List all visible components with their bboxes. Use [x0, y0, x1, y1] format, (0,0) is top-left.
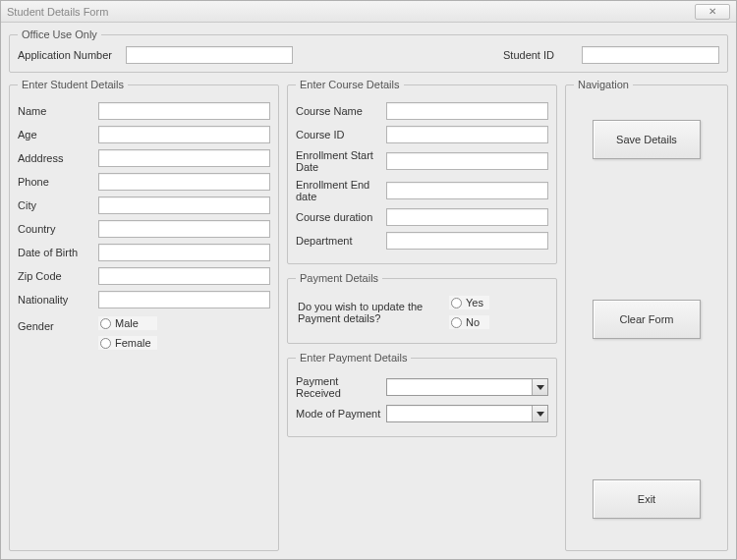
course-legend: Enter Course Details: [296, 79, 404, 90]
save-button[interactable]: Save Details: [593, 120, 701, 159]
window-title: Student Details Form: [7, 6, 695, 18]
enrollend-label: Enrollment End date: [296, 179, 386, 202]
duration-label: Course duration: [296, 211, 386, 223]
phone-label: Phone: [18, 176, 98, 188]
dept-input[interactable]: [386, 232, 548, 250]
office-use-group: Office Use Only Application Number Stude…: [9, 28, 728, 73]
close-icon[interactable]: ✕: [695, 4, 730, 20]
courseid-label: Course ID: [296, 129, 386, 140]
enrollstart-input[interactable]: [386, 152, 548, 170]
name-input[interactable]: [98, 102, 270, 120]
payq-no-radio[interactable]: No: [449, 315, 489, 329]
gender-female-radio[interactable]: Female: [98, 336, 157, 350]
student-legend: Enter Student Details: [18, 79, 128, 90]
titlebar: Student Details Form ✕: [1, 1, 736, 23]
city-input[interactable]: [98, 196, 270, 214]
nav-legend: Navigation: [574, 79, 633, 90]
enrollend-input[interactable]: [386, 182, 548, 199]
radio-icon: [451, 298, 462, 308]
zip-input[interactable]: [98, 267, 270, 285]
city-label: City: [18, 199, 98, 211]
dob-input[interactable]: [98, 244, 270, 261]
student-group: Enter Student Details Name Age Adddress …: [9, 79, 279, 551]
dob-label: Date of Birth: [18, 247, 98, 258]
chevron-down-icon: [532, 379, 547, 395]
office-legend: Office Use Only: [18, 28, 101, 40]
address-input[interactable]: [98, 149, 270, 167]
radio-icon: [451, 317, 462, 328]
country-input[interactable]: [98, 220, 270, 238]
payment-question-group: Payment Details Do you wish to update th…: [287, 272, 557, 344]
clear-button[interactable]: Clear Form: [593, 300, 701, 339]
payment-details-group: Enter Payment Details Payment Received M…: [287, 352, 557, 437]
phone-input[interactable]: [98, 173, 270, 191]
studentid-label: Student ID: [503, 49, 572, 61]
payq-legend: Payment Details: [296, 272, 382, 284]
zip-label: Zip Code: [18, 270, 98, 282]
course-group: Enter Course Details Course Name Course …: [287, 79, 557, 264]
payd-legend: Enter Payment Details: [296, 352, 411, 364]
payq-yes-radio[interactable]: Yes: [449, 296, 489, 309]
name-label: Name: [18, 105, 98, 117]
studentid-input[interactable]: [582, 46, 719, 64]
payq-text: Do you wish to update the Payment detail…: [298, 301, 435, 324]
appnum-input[interactable]: [126, 46, 293, 64]
exit-button[interactable]: Exit: [593, 479, 701, 519]
enrollstart-label: Enrollment Start Date: [296, 149, 386, 173]
paymode-label: Mode of Payment: [296, 408, 386, 420]
age-input[interactable]: [98, 126, 270, 143]
coursename-label: Course Name: [296, 105, 386, 117]
courseid-input[interactable]: [386, 126, 548, 143]
payq-no-label: No: [466, 316, 480, 328]
gender-male-radio[interactable]: Male: [98, 316, 157, 330]
duration-input[interactable]: [386, 208, 548, 226]
navigation-group: Navigation Save Details Clear Form Exit: [565, 79, 728, 551]
paymode-select[interactable]: [386, 405, 548, 422]
nationality-input[interactable]: [98, 291, 270, 308]
payreceived-label: Payment Received: [296, 375, 386, 399]
chevron-down-icon: [532, 406, 547, 421]
payq-yes-label: Yes: [466, 297, 483, 308]
gender-label: Gender: [18, 316, 98, 332]
nationality-label: Nationality: [18, 294, 98, 306]
radio-icon: [100, 338, 111, 349]
client-area: Office Use Only Application Number Stude…: [1, 23, 736, 559]
radio-icon: [100, 318, 111, 329]
country-label: Country: [18, 223, 98, 235]
gender-male-label: Male: [115, 317, 139, 329]
age-label: Age: [18, 129, 98, 140]
window: Student Details Form ✕ Office Use Only A…: [0, 0, 737, 560]
payreceived-select[interactable]: [386, 378, 548, 396]
dept-label: Department: [296, 235, 386, 247]
appnum-label: Application Number: [18, 49, 116, 61]
coursename-input[interactable]: [386, 102, 548, 120]
address-label: Adddress: [18, 152, 98, 164]
gender-female-label: Female: [115, 337, 151, 349]
